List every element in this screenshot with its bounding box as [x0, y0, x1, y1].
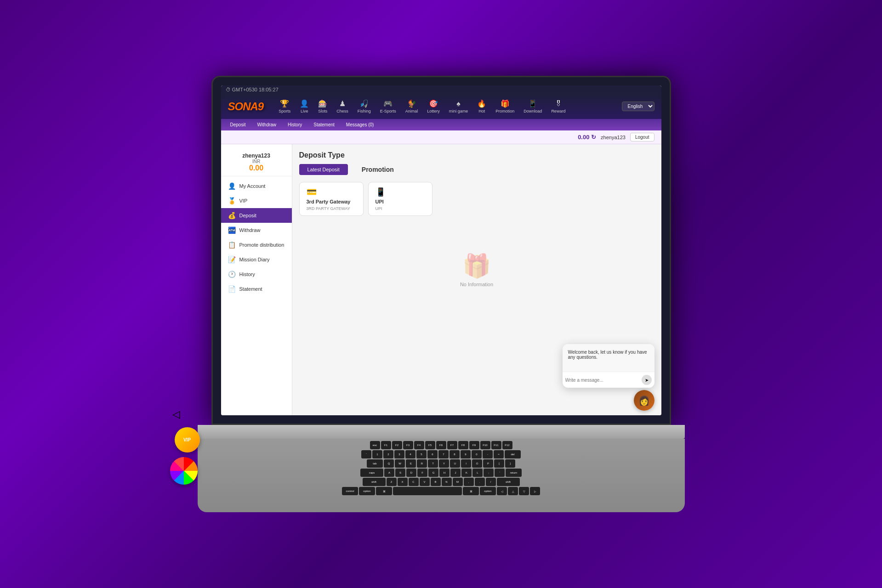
key-i[interactable]: I: [461, 459, 471, 468]
subnav-statement[interactable]: Statement: [311, 121, 337, 128]
nav-item-reward[interactable]: 🎖 Reward: [547, 98, 569, 115]
sidebar-item-mission[interactable]: 📝 Mission Diary: [221, 252, 292, 267]
subnav-messages[interactable]: Messages (0): [344, 121, 376, 128]
key-b[interactable]: B: [431, 478, 441, 486]
key-7[interactable]: 7: [438, 450, 449, 458]
key-left[interactable]: ◁: [497, 487, 507, 495]
key-t[interactable]: T: [428, 459, 438, 468]
key-lbracket[interactable]: [: [494, 459, 504, 468]
payment-card-3rd-party[interactable]: 💳 3rd Party Gateway 3RD PARTY GATEWAY: [299, 182, 364, 216]
key-f[interactable]: F: [417, 469, 427, 477]
key-shift-right[interactable]: shift: [497, 478, 520, 486]
key-period[interactable]: .: [475, 478, 485, 486]
key-tab[interactable]: tab: [367, 459, 383, 468]
nav-item-minigame[interactable]: ♠ mini game: [445, 98, 472, 115]
language-select[interactable]: English: [622, 102, 654, 111]
nav-item-animal[interactable]: 🐓 Animal: [402, 97, 422, 115]
key-f4[interactable]: F4: [414, 441, 424, 449]
key-s[interactable]: S: [395, 469, 405, 477]
key-space[interactable]: [393, 487, 462, 495]
key-y[interactable]: Y: [439, 459, 449, 468]
key-f1[interactable]: F1: [381, 441, 391, 449]
key-o[interactable]: O: [472, 459, 482, 468]
nav-item-hot[interactable]: 🔥 Hot: [473, 97, 490, 115]
key-rbracket[interactable]: ]: [505, 459, 515, 468]
key-k[interactable]: K: [461, 469, 472, 477]
sidebar-item-promote[interactable]: 📋 Promote distribution: [221, 237, 292, 252]
key-z[interactable]: Z: [387, 478, 397, 486]
key-r[interactable]: R: [417, 459, 427, 468]
nav-item-chess[interactable]: ♟ Chess: [333, 97, 352, 115]
refresh-icon[interactable]: ↻: [591, 134, 596, 141]
key-enter[interactable]: return: [506, 469, 522, 477]
key-minus[interactable]: -: [483, 450, 493, 458]
site-logo[interactable]: SONA9: [228, 100, 264, 113]
nav-item-fishing[interactable]: 🎣 Fishing: [354, 97, 375, 115]
key-4[interactable]: 4: [405, 450, 415, 458]
nav-item-promotion[interactable]: 🎁 Promotion: [492, 97, 518, 115]
key-l[interactable]: L: [472, 469, 483, 477]
key-n[interactable]: N: [442, 478, 452, 486]
key-f6[interactable]: F6: [436, 441, 446, 449]
key-equals[interactable]: =: [494, 450, 504, 458]
tab-latest-deposit[interactable]: Latest Deposit: [299, 164, 348, 175]
key-shift-left[interactable]: shift: [363, 478, 386, 486]
key-f7[interactable]: F7: [447, 441, 457, 449]
nav-item-download[interactable]: 📱 Download: [520, 97, 546, 115]
key-up[interactable]: △: [508, 487, 518, 495]
key-w[interactable]: W: [395, 459, 405, 468]
key-quote[interactable]: ': [495, 469, 505, 477]
chat-input[interactable]: [565, 378, 639, 383]
chat-avatar[interactable]: 👩: [634, 390, 654, 411]
key-h[interactable]: H: [439, 469, 450, 477]
key-esc[interactable]: esc: [370, 441, 380, 449]
nav-item-slots[interactable]: 🎰 Slots: [314, 97, 331, 115]
key-f3[interactable]: F3: [403, 441, 413, 449]
key-cmd-left[interactable]: ⌘: [376, 487, 392, 495]
key-right[interactable]: ▷: [530, 487, 540, 495]
key-9[interactable]: 9: [461, 450, 471, 458]
sidebar-item-vip[interactable]: 🏅 VIP: [221, 193, 292, 208]
chat-send-button[interactable]: ➤: [642, 375, 652, 385]
sidebar-item-history[interactable]: 🕐 History: [221, 267, 292, 282]
key-f11[interactable]: F11: [491, 441, 501, 449]
key-f12[interactable]: F12: [502, 441, 512, 449]
nav-item-lottery[interactable]: 🎯 Lottery: [423, 97, 444, 115]
key-0[interactable]: 0: [472, 450, 482, 458]
key-f2[interactable]: F2: [392, 441, 402, 449]
key-option[interactable]: option: [359, 487, 375, 495]
key-1[interactable]: 1: [372, 450, 382, 458]
key-backtick[interactable]: `: [361, 450, 371, 458]
sidebar-item-statement[interactable]: 📄 Statement: [221, 282, 292, 296]
nav-item-live[interactable]: 👤 Live: [296, 97, 313, 115]
key-down[interactable]: ▽: [519, 487, 529, 495]
key-semicolon[interactable]: ;: [484, 469, 494, 477]
key-comma[interactable]: ,: [464, 478, 474, 486]
sidebar-item-withdraw[interactable]: 🏧 Withdraw: [221, 223, 292, 237]
key-ctrl[interactable]: control: [342, 487, 358, 495]
key-g[interactable]: G: [428, 469, 438, 477]
key-v[interactable]: V: [420, 478, 430, 486]
key-d[interactable]: D: [406, 469, 416, 477]
nav-item-sports[interactable]: 🏆 Sports: [275, 97, 294, 115]
key-f9[interactable]: F9: [469, 441, 479, 449]
key-6[interactable]: 6: [427, 450, 438, 458]
subnav-withdraw[interactable]: Withdraw: [255, 121, 279, 128]
vip-badge[interactable]: VIP: [175, 427, 200, 452]
key-f8[interactable]: F8: [458, 441, 468, 449]
key-p[interactable]: P: [483, 459, 493, 468]
key-option-right[interactable]: option: [480, 487, 496, 495]
key-q[interactable]: Q: [384, 459, 394, 468]
key-f10[interactable]: F10: [480, 441, 490, 449]
key-8[interactable]: 8: [450, 450, 460, 458]
spin-wheel[interactable]: [170, 457, 198, 485]
payment-card-upi[interactable]: 📱 UPI UPI: [368, 182, 432, 216]
key-m[interactable]: M: [453, 478, 463, 486]
key-cmd-right[interactable]: ⌘: [463, 487, 479, 495]
key-u[interactable]: U: [450, 459, 460, 468]
nav-item-esports[interactable]: 🎮 E-Sports: [376, 97, 400, 115]
key-slash[interactable]: /: [486, 478, 496, 486]
key-a[interactable]: A: [384, 469, 394, 477]
key-e[interactable]: E: [406, 459, 416, 468]
key-x[interactable]: X: [398, 478, 408, 486]
